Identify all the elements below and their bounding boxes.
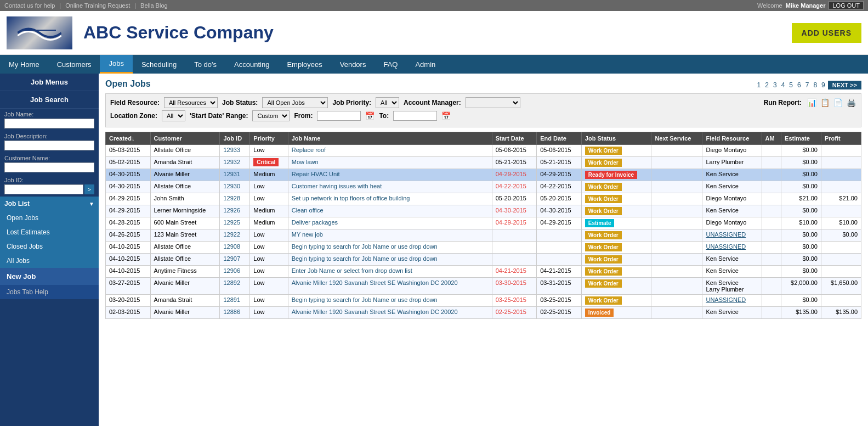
job-id-link[interactable]: 12932 <box>223 159 240 165</box>
job-name-link[interactable]: MY new job <box>292 231 323 238</box>
blog-link[interactable]: Bella Blog <box>140 2 168 9</box>
page-7[interactable]: 7 <box>804 81 811 89</box>
nav-item-customers[interactable]: Customers <box>48 56 100 73</box>
col-header-job-status[interactable]: Job Status <box>581 132 651 145</box>
job-name-link[interactable]: Alvanie Miller 1920 Savanah Street SE Wa… <box>292 279 458 286</box>
col-header-created-[interactable]: Created↓ <box>106 132 151 145</box>
sidebar-item-open-jobs[interactable]: Open Jobs <box>0 211 99 225</box>
nav-item-admin[interactable]: Admin <box>406 56 444 73</box>
nav-item-jobs[interactable]: Jobs <box>100 55 132 74</box>
job-id-link[interactable]: 12928 <box>223 195 240 201</box>
nav-item-scheduling[interactable]: Scheduling <box>133 56 185 73</box>
job-id-link[interactable]: 12906 <box>223 267 240 274</box>
job-id-link[interactable]: 12925 <box>223 219 240 226</box>
location-zone-select[interactable]: All <box>162 110 185 121</box>
job-id-input[interactable] <box>4 184 83 194</box>
job-id-link[interactable]: 12908 <box>223 243 240 250</box>
col-header-profit[interactable]: Profit <box>821 132 861 145</box>
nav-item-my-home[interactable]: My Home <box>0 56 48 73</box>
to-calendar-button[interactable]: 📅 <box>441 111 451 120</box>
col-header-job-id[interactable]: Job ID <box>220 132 250 145</box>
page-9[interactable]: 9 <box>820 81 827 89</box>
from-calendar-button[interactable]: 📅 <box>365 111 375 120</box>
table-header: Created↓CustomerJob IDPriorityJob NameSt… <box>106 132 861 145</box>
job-priority-select[interactable]: All <box>376 97 399 108</box>
start-date-range-select[interactable]: Custom <box>252 110 290 121</box>
job-status-select[interactable]: All Open Jobs <box>262 97 328 108</box>
job-name-input[interactable] <box>4 119 94 128</box>
job-id-search-button[interactable]: > <box>84 184 94 194</box>
job-name-link[interactable]: Mow lawn <box>292 159 319 165</box>
nav-item-vendors[interactable]: Vendors <box>331 56 375 73</box>
sidebar-item-lost-estimates[interactable]: Lost Estimates <box>0 225 99 239</box>
page-5[interactable]: 5 <box>787 81 795 89</box>
unassigned-link[interactable]: UNASSIGNED <box>706 231 746 238</box>
next-page-button[interactable]: NEXT >> <box>828 81 861 89</box>
sidebar-item-all-jobs[interactable]: All Jobs <box>0 254 99 268</box>
col-header-field-resource[interactable]: Field Resource <box>702 132 762 145</box>
field-resource-label: Field Resource: <box>110 99 160 107</box>
job-list-header[interactable]: Job List ▼ <box>0 197 99 211</box>
cell-priority: Medium <box>250 205 288 217</box>
page-1[interactable]: 1 <box>756 81 763 89</box>
job-description-input[interactable] <box>4 141 94 150</box>
nav-item-employees[interactable]: Employees <box>278 56 331 73</box>
run-report-excel-icon[interactable]: 📊 <box>806 98 817 108</box>
unassigned-link[interactable]: UNASSIGNED <box>706 296 746 303</box>
from-date-input[interactable] <box>317 111 361 121</box>
nav-item-faq[interactable]: FAQ <box>375 56 406 73</box>
job-name-link[interactable]: Enter Job Name or select from drop down … <box>292 267 412 274</box>
job-id-link[interactable]: 12930 <box>223 183 240 189</box>
cell-profit <box>821 266 861 278</box>
nav-item-accounting[interactable]: Accounting <box>225 56 278 73</box>
logout-button[interactable]: LOG OUT <box>829 1 864 10</box>
unassigned-link[interactable]: UNASSIGNED <box>706 243 746 250</box>
sidebar-item-closed-jobs[interactable]: Closed Jobs <box>0 239 99 254</box>
col-header-estimate[interactable]: Estimate <box>781 132 821 145</box>
contact-link[interactable]: Contact us for help <box>4 2 55 9</box>
job-name-link[interactable]: Clean office <box>292 207 324 214</box>
page-6[interactable]: 6 <box>796 81 803 89</box>
job-id-link[interactable]: 12933 <box>223 147 240 153</box>
job-id-link[interactable]: 12886 <box>223 309 240 315</box>
add-users-button[interactable]: ADD USERS <box>792 23 861 43</box>
run-report-pdf-icon[interactable]: 📄 <box>832 98 843 108</box>
page-8[interactable]: 8 <box>812 81 819 89</box>
cell-customer: Lerner Morningside <box>150 205 220 217</box>
col-header-am[interactable]: AM <box>762 132 781 145</box>
col-header-customer[interactable]: Customer <box>150 132 220 145</box>
page-4[interactable]: 4 <box>780 81 787 89</box>
nav-item-to-do's[interactable]: To do's <box>185 56 225 73</box>
field-resource-select[interactable]: All Resources <box>164 97 218 108</box>
job-name-link[interactable]: Replace roof <box>292 147 326 153</box>
job-id-link[interactable]: 12891 <box>223 296 240 303</box>
job-id-link[interactable]: 12907 <box>223 255 240 262</box>
page-2[interactable]: 2 <box>763 81 770 89</box>
run-report-print-icon[interactable]: 🖨️ <box>846 98 856 108</box>
new-job-sidebar-item[interactable]: New Job <box>0 268 99 285</box>
job-name-link[interactable]: Begin typing to search for Job Name or u… <box>292 255 438 262</box>
job-id-link[interactable]: 12931 <box>223 171 240 177</box>
account-manager-select[interactable] <box>466 97 520 108</box>
job-name-link[interactable]: Repair HVAC Unit <box>292 171 340 177</box>
col-header-priority[interactable]: Priority <box>250 132 288 145</box>
customer-name-input[interactable] <box>4 162 94 172</box>
col-header-start-date[interactable]: Start Date <box>492 132 537 145</box>
col-header-end-date[interactable]: End Date <box>537 132 582 145</box>
job-name-link[interactable]: Customer having issues with heat <box>292 183 382 189</box>
job-name-link[interactable]: Deliver packages <box>292 219 338 226</box>
job-name-link[interactable]: Alvanie Miller 1920 Savanah Street SE Wa… <box>292 309 458 315</box>
job-name-link[interactable]: Begin typing to search for Job Name or u… <box>292 243 438 250</box>
training-link[interactable]: Online Training Request <box>65 2 130 9</box>
col-header-next-service[interactable]: Next Service <box>651 132 702 145</box>
jobs-tab-help-item[interactable]: Jobs Tab Help <box>0 285 99 299</box>
job-name-link[interactable]: Set up network in top floors of office b… <box>292 195 410 201</box>
job-name-link[interactable]: Begin typing to search for Job Name or u… <box>292 296 438 303</box>
job-id-link[interactable]: 12922 <box>223 231 240 238</box>
run-report-csv-icon[interactable]: 📋 <box>819 98 830 108</box>
to-date-input[interactable] <box>393 111 437 121</box>
col-header-job-name[interactable]: Job Name <box>288 132 492 145</box>
job-id-link[interactable]: 12926 <box>223 207 240 214</box>
page-3[interactable]: 3 <box>771 81 779 89</box>
job-id-link[interactable]: 12892 <box>223 279 240 286</box>
